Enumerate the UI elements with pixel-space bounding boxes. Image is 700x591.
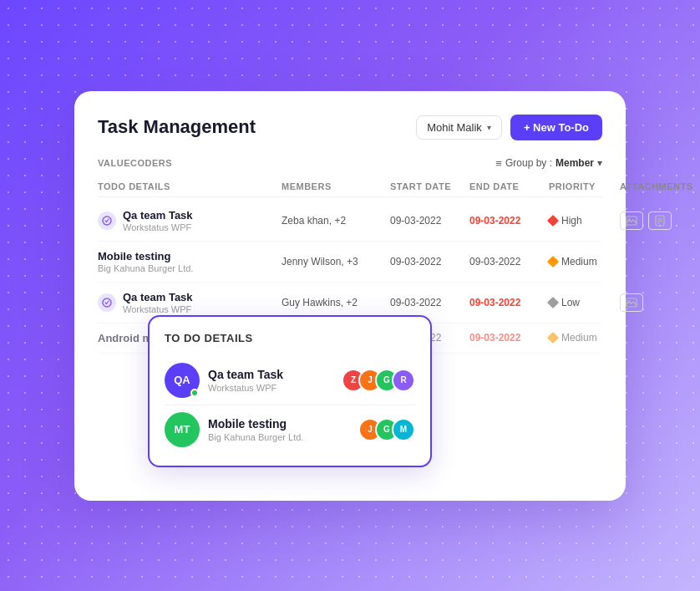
popup-card: TO DO DETAILS QA Qa team Task Workstatus… [148,315,432,467]
members-cell: Zeba khan, +2 [282,215,390,227]
popup-task-sub: Workstatus WPF [208,383,283,393]
task-sub: Big Kahuna Burger Ltd. [98,263,193,273]
popup-task-name: Mobile testing [208,417,303,431]
task-name: Qa team Task [123,209,193,222]
task-sub: Workstatus WPF [123,304,193,314]
task-cell: Mobile testing Big Kahuna Burger Ltd. [98,250,282,273]
start-date-cell: 09-03-2022 [390,256,469,267]
avatar-initials: QA [174,374,190,386]
image-attachment-icon[interactable] [620,211,643,230]
priority-diamond-icon [547,255,559,267]
priority-label: Low [561,297,580,308]
online-indicator [190,389,199,397]
popup-item-left: QA Qa team Task Workstatus WPF [165,363,283,398]
task-cell: Qa team Task Workstatus WPF [98,209,282,232]
new-todo-label: + New To-Do [524,121,589,134]
member-avatar: M [392,418,415,441]
popup-task-info: Mobile testing Big Kahuna Burger Ltd. [208,417,303,442]
priority-cell: Low [549,297,620,308]
image-attachment-icon[interactable] [620,293,643,312]
page-title: Task Management [98,116,256,138]
task-sub: Workstatus WPF [123,222,193,232]
end-date-cell: 09-03-2022 [469,297,549,308]
group-by-label: Group by : [505,157,552,169]
priority-label: Medium [561,256,597,267]
new-todo-button[interactable]: + New To-Do [510,115,602,140]
popup-member-avatars: Z J G R [342,369,415,392]
col-priority: PRIORITY [549,181,620,191]
col-start-date: START DATE [390,181,469,191]
start-date-cell: 09-03-2022 [390,297,469,308]
end-date-cell: 09-03-2022 [469,256,549,267]
col-members: MEMBERS [282,181,390,191]
task-icon [98,293,116,312]
priority-cell: High [549,215,620,227]
user-dropdown[interactable]: Mohit Malik ▾ [416,115,502,140]
attachments-cell [620,211,700,230]
col-attachments: ATTACHMENTS [620,181,700,191]
task-name: Qa team Task [123,291,193,303]
priority-label: Medium [561,332,597,344]
end-date-cell: 09-03-2022 [469,215,549,227]
task-info: Mobile testing Big Kahuna Burger Ltd. [98,250,193,273]
task-icon [98,211,116,230]
attachments-cell [620,293,700,312]
priority-diamond-icon [547,296,559,308]
table-row: Qa team Task Workstatus WPF Zeba khan, +… [98,201,602,242]
task-info: Qa team Task Workstatus WPF [123,209,193,232]
org-label: VALUECODERS [98,158,172,168]
task-info: Qa team Task Workstatus WPF [123,291,193,314]
group-by-value: Member [555,157,594,169]
table-header-row: VALUECODERS ≡ Group by : Member ▾ [98,157,602,170]
priority-diamond-icon [547,214,559,226]
popup-task-sub: Big Kahuna Burger Ltd. [208,432,303,442]
popup-item[interactable]: MT Mobile testing Big Kahuna Burger Ltd.… [165,405,415,454]
filter-icon: ≡ [495,157,502,170]
member-avatar: R [392,369,415,392]
group-by-chevron-icon: ▾ [597,157,602,169]
members-cell: Guy Hawkins, +2 [282,297,390,308]
priority-cell: Medium [549,332,620,344]
group-by-control[interactable]: ≡ Group by : Member ▾ [495,157,602,170]
popup-task-info: Qa team Task Workstatus WPF [208,368,283,393]
doc-attachment-icon[interactable] [648,211,672,230]
start-date-cell: 09-03-2022 [390,215,469,227]
header-controls: Mohit Malik ▾ + New To-Do [416,115,602,140]
header: Task Management Mohit Malik ▾ + New To-D… [98,115,602,140]
popup-task-name: Qa team Task [208,368,283,381]
popup-title: TO DO DETAILS [165,332,415,344]
priority-cell: Medium [549,256,620,267]
user-name: Mohit Malik [427,121,482,134]
priority-diamond-icon [547,332,559,344]
priority-label: High [561,215,582,227]
popup-member-avatars: J G M [358,418,415,441]
table-columns: TODO DETAILS MEMBERS START DATE END DATE… [98,176,602,197]
chevron-down-icon: ▾ [487,123,491,132]
col-todo-details: TODO DETAILS [98,181,282,191]
popup-item-left: MT Mobile testing Big Kahuna Burger Ltd. [165,412,303,447]
end-date-cell: 09-03-2022 [469,332,549,344]
task-cell: Qa team Task Workstatus WPF [98,291,282,314]
avatar-initials: MT [175,423,190,436]
task-name: Mobile testing [98,250,193,262]
popup-avatar: QA [165,363,200,398]
table-row: Mobile testing Big Kahuna Burger Ltd. Je… [98,242,602,283]
popup-item[interactable]: QA Qa team Task Workstatus WPF Z J G R [165,356,415,405]
popup-avatar: MT [165,412,200,447]
col-end-date: END DATE [469,181,549,191]
members-cell: Jenny Wilson, +3 [282,256,390,267]
main-card: Task Management Mohit Malik ▾ + New To-D… [74,91,626,501]
